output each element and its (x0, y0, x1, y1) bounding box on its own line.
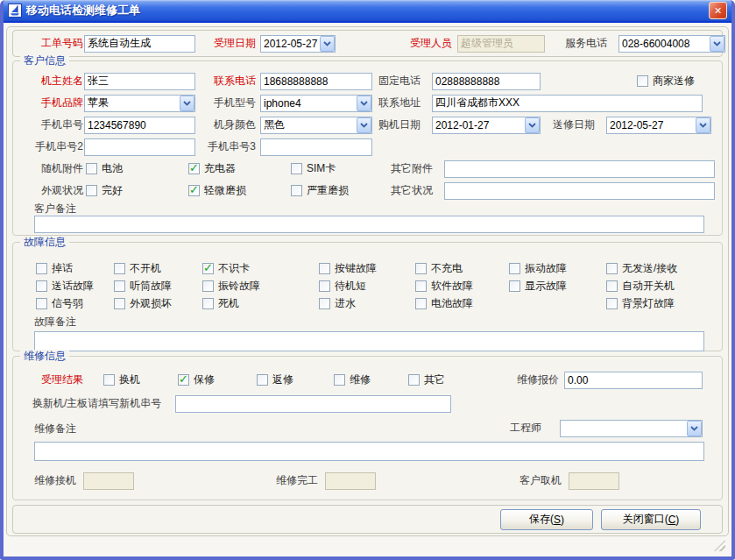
engineer-dropdown[interactable] (560, 420, 703, 437)
sim-card-checkbox[interactable]: SIM卡 (291, 161, 378, 176)
checkbox-label: 商家送修 (653, 74, 695, 89)
dropdown-value: 2012-01-27 (433, 119, 525, 131)
fault-checkbox[interactable]: 信号弱 (36, 294, 114, 312)
customer-info-group: 客户信息 机主姓名 联系电话 固定电话 商家送修 手机品牌 (12, 60, 723, 236)
new-imei-label: 换新机/主板请填写新机串号 (32, 396, 171, 411)
quote-label: 维修报价 (509, 372, 559, 387)
footer-button-panel: 保存(S) 关闭窗口(C) (12, 505, 723, 534)
checkbox-icon (202, 298, 214, 309)
fault-checkbox[interactable]: 按键故障 (319, 259, 415, 277)
checkbox-icon (202, 263, 214, 274)
quote-input[interactable] (564, 372, 703, 389)
checkbox-label: 送话故障 (52, 279, 94, 294)
fault-checkbox[interactable]: 死机 (202, 294, 319, 312)
chevron-down-icon (696, 117, 710, 133)
owner-name-input[interactable] (84, 73, 195, 90)
fault-checkbox[interactable]: 自动开关机 (606, 277, 722, 294)
save-button[interactable]: 保存(S) (500, 509, 593, 530)
address-input[interactable] (432, 95, 703, 112)
heavy-wear-checkbox[interactable]: 严重磨损 (291, 183, 378, 198)
light-wear-checkbox[interactable]: 轻微磨损 (188, 183, 288, 198)
checkbox-label: 充电器 (204, 161, 236, 176)
merchant-send-checkbox[interactable]: 商家送修 (637, 74, 695, 89)
warranty-checkbox[interactable]: 保修 (178, 372, 257, 387)
checkbox-label: 听筒故障 (130, 279, 172, 294)
service-phone-dropdown[interactable]: 028-66004008 (618, 35, 725, 53)
fault-checkbox[interactable]: 电池故障 (415, 294, 509, 312)
repair-times-row: 维修接机 维修完工 客户取机 (13, 470, 722, 492)
charger-checkbox[interactable]: 充电器 (188, 161, 288, 176)
fault-checkbox[interactable]: 掉话 (36, 259, 114, 277)
fault-checkbox[interactable]: 外观损坏 (114, 294, 202, 312)
battery-checkbox[interactable]: 电池 (86, 161, 186, 176)
checkbox-icon (36, 298, 47, 309)
new-imei-row: 换新机/主板请填写新机串号 (13, 393, 722, 415)
dropdown-value: iphone4 (261, 97, 357, 110)
new-imei-input[interactable] (175, 395, 451, 413)
pickup-time-input (569, 472, 619, 490)
title-bar[interactable]: 移动电话检测维修工单 ✕ (4, 0, 731, 23)
other-result-checkbox[interactable]: 其它 (408, 372, 470, 387)
customer-row-3: 手机串号 机身颜色 黑色 购机日期 2012-01-27 送修日期 2012-0… (13, 114, 722, 136)
fixed-phone-input[interactable] (432, 73, 541, 90)
order-no-input[interactable] (84, 35, 195, 53)
brand-label: 手机品牌 (25, 96, 83, 110)
fault-checkbox[interactable]: 待机短 (319, 277, 415, 294)
fault-checkbox[interactable]: 显示故障 (509, 277, 606, 294)
fault-checkbox[interactable]: 振铃故障 (202, 277, 319, 294)
customer-note-input[interactable] (34, 216, 704, 233)
receive-time-input (83, 472, 134, 490)
repair-note-input[interactable] (34, 442, 704, 461)
fault-note-input[interactable] (34, 331, 704, 351)
appearance-label: 外观状况 (25, 183, 83, 198)
send-date-label: 送修日期 (553, 117, 595, 132)
fault-checkbox[interactable]: 振动故障 (509, 259, 606, 277)
close-window-button[interactable]: 关闭窗口(C) (601, 509, 701, 530)
repair-note-label: 维修备注 (34, 422, 76, 436)
customer-row-4: 手机串号2 手机串号3 (13, 136, 722, 158)
imei-input[interactable] (84, 117, 195, 134)
color-dropdown[interactable]: 黑色 (260, 117, 372, 134)
imei3-input[interactable] (260, 138, 372, 156)
repair-checkbox[interactable]: 维修 (334, 372, 408, 387)
accept-date-dropdown[interactable]: 2012-05-27 (260, 35, 336, 53)
resize-grip[interactable] (714, 540, 725, 551)
imei2-input[interactable] (84, 138, 195, 156)
brand-dropdown[interactable]: 苹果 (84, 95, 195, 112)
swap-phone-checkbox[interactable]: 换机 (103, 372, 178, 387)
checkbox-icon (114, 263, 125, 274)
close-button[interactable]: ✕ (709, 2, 727, 19)
chevron-down-icon (180, 96, 194, 111)
fault-checkbox[interactable]: 软件故障 (415, 277, 509, 294)
purchase-date-dropdown[interactable]: 2012-01-27 (432, 117, 541, 134)
fault-checkbox[interactable]: 背景灯故障 (606, 294, 722, 312)
fault-checkbox[interactable]: 听筒故障 (114, 277, 202, 294)
fault-checkbox[interactable]: 不识卡 (202, 259, 319, 277)
chevron-down-icon (525, 117, 540, 133)
other-accessory-input[interactable] (444, 160, 715, 178)
fault-info-group: 故障信息 掉话 不开机 不识卡 按键故障 不充电 振动故障 无发送/接收 送话故… (12, 242, 723, 351)
other-condition-input[interactable] (444, 182, 715, 200)
chevron-down-icon (357, 96, 371, 111)
checkbox-icon (415, 280, 427, 292)
send-date-dropdown[interactable]: 2012-05-27 (606, 117, 711, 134)
checkbox-label: 返修 (272, 372, 293, 387)
chevron-down-icon (687, 421, 702, 436)
fault-checkbox[interactable]: 进水 (319, 294, 415, 312)
fault-checkbox[interactable]: 不开机 (114, 259, 202, 277)
fault-checkbox[interactable]: 不充电 (415, 259, 509, 277)
checkbox-label: 严重磨损 (307, 183, 349, 198)
checkbox-icon (415, 298, 427, 309)
intact-checkbox[interactable]: 完好 (86, 183, 186, 198)
fault-checkbox[interactable]: 送话故障 (36, 277, 114, 294)
contact-phone-input[interactable] (260, 73, 372, 90)
save-button-text: 保存( (529, 512, 554, 527)
imei2-label: 手机串号2 (25, 139, 83, 154)
checkbox-icon (188, 185, 200, 196)
model-dropdown[interactable]: iphone4 (260, 95, 372, 112)
checkbox-label: 振动故障 (525, 261, 567, 276)
checkbox-label: 死机 (218, 296, 239, 311)
fault-checkbox[interactable]: 无发送/接收 (606, 259, 722, 277)
checkbox-icon (291, 185, 302, 196)
return-repair-checkbox[interactable]: 返修 (257, 372, 334, 387)
